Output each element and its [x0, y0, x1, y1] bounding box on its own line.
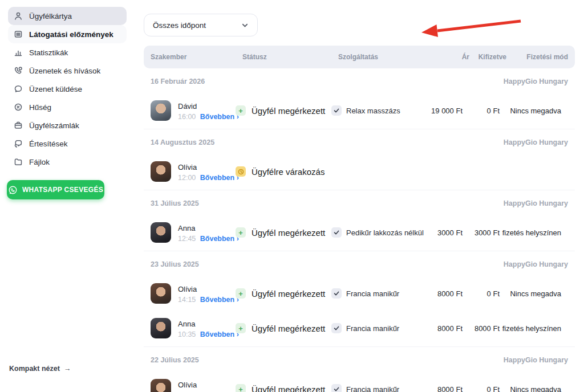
- sidebar-item-label: Látogatási előzmények: [29, 30, 113, 39]
- col-statusz: Státusz: [242, 53, 338, 61]
- time-filter-dropdown[interactable]: Összes időpont: [144, 14, 258, 36]
- price-cell: 8000 Ft: [431, 385, 463, 392]
- sidebar-item-label: Hűség: [29, 103, 51, 112]
- sidebar-item-label: Üzenetek és hívások: [29, 67, 100, 75]
- visit-history-panel: Összes időpont Szakember Státusz Szolgál…: [144, 0, 575, 392]
- visit-group: 14 Augusztus 2025 HappyGio Hungary Olívi…: [144, 129, 575, 190]
- visit-row: Olívia 14:15 Bővebben › + Ügyfél megérke…: [151, 283, 568, 304]
- payment-method-cell: Nincs megadva: [500, 385, 561, 392]
- visit-row: Olívia 12:00 Bővebben › + Ügyfélre várak…: [151, 161, 568, 182]
- staff-name: Dávid: [178, 102, 197, 111]
- visit-group: 22 Július 2025 HappyGio Hungary Olívia 1…: [144, 347, 575, 392]
- avatar: [151, 379, 171, 392]
- group-location: HappyGio Hungary: [504, 356, 568, 364]
- avatar: [151, 100, 171, 121]
- group-location: HappyGio Hungary: [504, 199, 568, 207]
- visit-time: 10:35: [178, 330, 196, 338]
- avatar: [151, 318, 171, 338]
- price-cell: 8000 Ft: [431, 289, 463, 298]
- arrived-plus-icon: +: [236, 323, 246, 333]
- sidebar-item-fajlok[interactable]: Fájlok: [8, 153, 127, 171]
- service-label: Francia manikűr: [346, 385, 399, 392]
- group-date: 31 Július 2025: [151, 199, 199, 207]
- service-check-icon: [331, 288, 342, 299]
- group-rows: Anna 12:45 Bővebben › + Ügyfél megérkeze…: [151, 222, 568, 243]
- history-card-icon: [13, 30, 23, 39]
- group-date: 16 Február 2026: [151, 77, 205, 85]
- sidebar-item-label: Ügyfélszámlák: [29, 121, 79, 130]
- chat-bubble-icon: [13, 84, 23, 94]
- whatsapp-chat-button[interactable]: WHATSAPP CSEVEGÉS: [7, 180, 104, 199]
- group-header: 23 Július 2025 HappyGio Hungary: [151, 260, 568, 268]
- service-cell: Pedikűr lakkozás nélkül: [331, 227, 431, 238]
- compact-view-label: Kompakt nézet: [9, 365, 60, 373]
- paid-cell: 3000 Ft: [463, 228, 500, 237]
- payment-method-cell: Nincs megadva: [500, 107, 561, 115]
- folder-icon: [13, 157, 23, 167]
- more-link[interactable]: Bővebben ›: [200, 113, 239, 121]
- visit-time: 12:00: [178, 174, 196, 182]
- staff-name: Anna: [178, 320, 195, 328]
- arrived-plus-icon: +: [236, 227, 246, 238]
- status-label: Ügyfélre várakozás: [252, 167, 325, 177]
- group-date: 14 Augusztus 2025: [151, 138, 214, 146]
- visit-group: 23 Július 2025 HappyGio Hungary Olívia 1…: [144, 251, 575, 347]
- more-link[interactable]: Bővebben ›: [200, 174, 239, 182]
- staff-name: Olívia: [178, 381, 197, 389]
- service-label: Relax masszázs: [346, 107, 400, 115]
- status-label: Ügyfél megérkezett: [252, 289, 325, 299]
- staff-name: Olívia: [178, 285, 197, 293]
- annotation-arrow: [417, 14, 525, 40]
- group-location: HappyGio Hungary: [504, 260, 568, 268]
- avatar: [151, 161, 171, 182]
- col-fizetesi-mod: Fizetési mód: [506, 53, 568, 61]
- sidebar-item-huseg[interactable]: Hűség: [8, 98, 127, 116]
- status-cell: + Ügyfél megérkezett: [236, 105, 331, 116]
- whatsapp-icon: [8, 185, 18, 195]
- visit-row: Dávid 16:00 Bővebben › + Ügyfél megérkez…: [151, 100, 568, 121]
- sidebar-item-statisztikak[interactable]: Statisztikák: [8, 43, 127, 62]
- col-szakember: Szakember: [151, 53, 242, 61]
- col-ar: Ár: [438, 53, 469, 61]
- sidebar-item-ugyfelszamlak[interactable]: Ügyfélszámlák: [8, 116, 127, 134]
- service-label: Francia manikűr: [346, 289, 399, 298]
- arrived-plus-icon: +: [236, 384, 246, 392]
- paid-cell: 0 Ft: [463, 385, 500, 392]
- visit-group: 16 Február 2026 HappyGio Hungary Dávid 1…: [144, 68, 575, 129]
- status-label: Ügyfél megérkezett: [252, 228, 325, 238]
- price-cell: 3000 Ft: [431, 228, 463, 237]
- phone-chat-icon: [13, 66, 23, 76]
- group-header: 16 Február 2026 HappyGio Hungary: [151, 77, 568, 85]
- more-link[interactable]: Bővebben ›: [200, 235, 239, 243]
- more-link[interactable]: Bővebben ›: [200, 296, 239, 304]
- group-rows: Dávid 16:00 Bővebben › + Ügyfél megérkez…: [151, 100, 568, 121]
- group-rows: Olívia 10:45 Bővebben › + Ügyfél megérke…: [151, 379, 568, 392]
- paid-cell: 0 Ft: [463, 107, 500, 115]
- arrived-plus-icon: +: [236, 105, 246, 116]
- table-header: Szakember Státusz Szolgáltatás Ár Kifize…: [144, 46, 575, 68]
- staff-name: Anna: [178, 224, 195, 232]
- visit-time: 14:15: [178, 296, 196, 304]
- more-link[interactable]: Bővebben ›: [200, 330, 239, 338]
- service-label: Francia manikűr: [346, 324, 399, 333]
- sidebar-item-uzenetek-es-hivasok[interactable]: Üzenetek és hívások: [8, 62, 127, 80]
- status-label: Ügyfél megérkezett: [252, 324, 325, 333]
- group-header: 31 Július 2025 HappyGio Hungary: [151, 199, 568, 207]
- payment-method-cell: fizetés helyszínen: [500, 324, 561, 333]
- service-check-icon: [331, 105, 342, 116]
- time-filter-value: Összes időpont: [153, 21, 206, 30]
- whatsapp-button-label: WHATSAPP CSEVEGÉS: [22, 186, 103, 194]
- sidebar-item-latogatasi-elozmenyek[interactable]: Látogatási előzmények: [8, 25, 127, 43]
- compact-view-link[interactable]: Kompakt nézet →: [9, 365, 71, 373]
- sidebar-item-uzenet-kuldese[interactable]: Üzenet küldése: [8, 80, 127, 98]
- price-cell: 19 000 Ft: [431, 107, 463, 115]
- sidebar-item-ertesitesek[interactable]: Értesítések: [8, 134, 127, 153]
- staff-cell: Olívia 12:00 Bővebben ›: [151, 161, 236, 182]
- staff-name: Olívia: [178, 163, 197, 172]
- sidebar-item-ugyfelkartya[interactable]: Ügyfélkártya: [8, 7, 127, 25]
- service-cell: Relax masszázs: [331, 105, 431, 116]
- visit-row: Anna 12:45 Bővebben › + Ügyfél megérkeze…: [151, 222, 568, 243]
- sidebar-item-label: Üzenet küldése: [29, 85, 82, 93]
- paid-cell: 0 Ft: [463, 289, 500, 298]
- loyalty-seal-icon: [13, 103, 23, 112]
